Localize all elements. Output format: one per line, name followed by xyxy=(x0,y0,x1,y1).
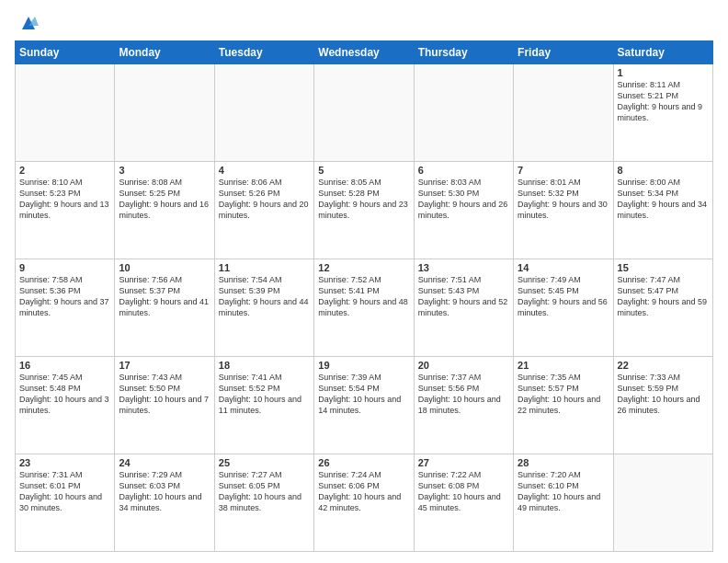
weekday-header-friday: Friday xyxy=(514,41,613,64)
day-info: Sunrise: 7:56 AM Sunset: 5:37 PM Dayligh… xyxy=(119,274,210,319)
day-number: 18 xyxy=(219,360,310,371)
day-number: 22 xyxy=(618,360,709,371)
calendar-cell: 17Sunrise: 7:43 AM Sunset: 5:50 PM Dayli… xyxy=(115,357,214,454)
day-info: Sunrise: 8:01 AM Sunset: 5:32 PM Dayligh… xyxy=(518,177,609,222)
header xyxy=(15,11,713,33)
calendar-cell xyxy=(16,64,115,162)
logo-icon xyxy=(18,13,39,33)
weekday-header-tuesday: Tuesday xyxy=(214,41,313,64)
calendar-cell: 6Sunrise: 8:03 AM Sunset: 5:30 PM Daylig… xyxy=(414,162,513,259)
day-info: Sunrise: 8:11 AM Sunset: 5:21 PM Dayligh… xyxy=(618,79,709,124)
weekday-header-sunday: Sunday xyxy=(16,41,115,64)
calendar-cell: 26Sunrise: 7:24 AM Sunset: 6:06 PM Dayli… xyxy=(314,454,414,552)
day-number: 11 xyxy=(219,262,310,273)
day-info: Sunrise: 7:43 AM Sunset: 5:50 PM Dayligh… xyxy=(119,372,210,417)
day-number: 24 xyxy=(119,457,210,468)
day-number: 12 xyxy=(318,262,409,273)
day-number: 1 xyxy=(618,67,709,78)
day-info: Sunrise: 7:24 AM Sunset: 6:06 PM Dayligh… xyxy=(318,469,409,514)
calendar-cell xyxy=(613,454,712,552)
day-number: 26 xyxy=(318,457,409,468)
calendar-cell: 21Sunrise: 7:35 AM Sunset: 5:57 PM Dayli… xyxy=(514,357,613,454)
weekday-header-saturday: Saturday xyxy=(613,41,712,64)
calendar-cell: 25Sunrise: 7:27 AM Sunset: 6:05 PM Dayli… xyxy=(214,454,313,552)
calendar-cell xyxy=(314,64,414,162)
calendar-cell xyxy=(414,64,513,162)
day-info: Sunrise: 8:10 AM Sunset: 5:23 PM Dayligh… xyxy=(19,177,110,222)
calendar-cell: 28Sunrise: 7:20 AM Sunset: 6:10 PM Dayli… xyxy=(514,454,613,552)
calendar-cell: 18Sunrise: 7:41 AM Sunset: 5:52 PM Dayli… xyxy=(214,357,313,454)
weekday-header-row: SundayMondayTuesdayWednesdayThursdayFrid… xyxy=(16,41,713,64)
day-number: 6 xyxy=(418,165,509,176)
day-info: Sunrise: 7:31 AM Sunset: 6:01 PM Dayligh… xyxy=(19,469,110,514)
day-info: Sunrise: 8:08 AM Sunset: 5:25 PM Dayligh… xyxy=(119,177,210,222)
day-number: 10 xyxy=(119,262,210,273)
day-number: 28 xyxy=(518,457,609,468)
day-number: 27 xyxy=(418,457,509,468)
calendar-cell: 2Sunrise: 8:10 AM Sunset: 5:23 PM Daylig… xyxy=(16,162,115,259)
day-number: 9 xyxy=(19,262,110,273)
day-number: 2 xyxy=(19,165,110,176)
day-info: Sunrise: 7:51 AM Sunset: 5:43 PM Dayligh… xyxy=(418,274,509,319)
weekday-header-wednesday: Wednesday xyxy=(314,41,414,64)
day-info: Sunrise: 7:22 AM Sunset: 6:08 PM Dayligh… xyxy=(418,469,509,514)
week-row-3: 9Sunrise: 7:58 AM Sunset: 5:36 PM Daylig… xyxy=(16,259,713,357)
day-number: 19 xyxy=(318,360,409,371)
day-info: Sunrise: 8:06 AM Sunset: 5:26 PM Dayligh… xyxy=(219,177,310,222)
calendar-cell xyxy=(514,64,613,162)
page: SundayMondayTuesdayWednesdayThursdayFrid… xyxy=(0,0,728,563)
calendar-cell: 20Sunrise: 7:37 AM Sunset: 5:56 PM Dayli… xyxy=(414,357,513,454)
day-number: 25 xyxy=(219,457,310,468)
day-number: 8 xyxy=(618,165,709,176)
day-info: Sunrise: 7:29 AM Sunset: 6:03 PM Dayligh… xyxy=(119,469,210,514)
calendar-cell: 15Sunrise: 7:47 AM Sunset: 5:47 PM Dayli… xyxy=(613,259,712,357)
day-info: Sunrise: 7:35 AM Sunset: 5:57 PM Dayligh… xyxy=(518,372,609,417)
calendar-table: SundayMondayTuesdayWednesdayThursdayFrid… xyxy=(15,40,713,552)
logo xyxy=(15,11,39,33)
calendar-cell: 16Sunrise: 7:45 AM Sunset: 5:48 PM Dayli… xyxy=(16,357,115,454)
calendar-cell: 1Sunrise: 8:11 AM Sunset: 5:21 PM Daylig… xyxy=(613,64,712,162)
calendar-cell xyxy=(214,64,313,162)
calendar-cell: 5Sunrise: 8:05 AM Sunset: 5:28 PM Daylig… xyxy=(314,162,414,259)
calendar-cell: 27Sunrise: 7:22 AM Sunset: 6:08 PM Dayli… xyxy=(414,454,513,552)
day-number: 23 xyxy=(19,457,110,468)
calendar-cell: 14Sunrise: 7:49 AM Sunset: 5:45 PM Dayli… xyxy=(514,259,613,357)
weekday-header-thursday: Thursday xyxy=(414,41,513,64)
day-info: Sunrise: 7:58 AM Sunset: 5:36 PM Dayligh… xyxy=(19,274,110,319)
day-info: Sunrise: 7:37 AM Sunset: 5:56 PM Dayligh… xyxy=(418,372,509,417)
day-number: 13 xyxy=(418,262,509,273)
calendar-cell: 4Sunrise: 8:06 AM Sunset: 5:26 PM Daylig… xyxy=(214,162,313,259)
day-number: 7 xyxy=(518,165,609,176)
calendar-cell: 8Sunrise: 8:00 AM Sunset: 5:34 PM Daylig… xyxy=(613,162,712,259)
day-info: Sunrise: 7:47 AM Sunset: 5:47 PM Dayligh… xyxy=(618,274,709,319)
calendar-cell: 13Sunrise: 7:51 AM Sunset: 5:43 PM Dayli… xyxy=(414,259,513,357)
day-info: Sunrise: 8:00 AM Sunset: 5:34 PM Dayligh… xyxy=(618,177,709,222)
calendar-cell: 9Sunrise: 7:58 AM Sunset: 5:36 PM Daylig… xyxy=(16,259,115,357)
calendar-cell: 23Sunrise: 7:31 AM Sunset: 6:01 PM Dayli… xyxy=(16,454,115,552)
day-info: Sunrise: 7:54 AM Sunset: 5:39 PM Dayligh… xyxy=(219,274,310,319)
day-number: 17 xyxy=(119,360,210,371)
calendar-cell xyxy=(115,64,214,162)
day-number: 3 xyxy=(119,165,210,176)
day-info: Sunrise: 7:49 AM Sunset: 5:45 PM Dayligh… xyxy=(518,274,609,319)
day-info: Sunrise: 7:33 AM Sunset: 5:59 PM Dayligh… xyxy=(618,372,709,417)
week-row-4: 16Sunrise: 7:45 AM Sunset: 5:48 PM Dayli… xyxy=(16,357,713,454)
day-info: Sunrise: 8:05 AM Sunset: 5:28 PM Dayligh… xyxy=(318,177,409,222)
day-info: Sunrise: 7:20 AM Sunset: 6:10 PM Dayligh… xyxy=(518,469,609,514)
calendar-cell: 22Sunrise: 7:33 AM Sunset: 5:59 PM Dayli… xyxy=(613,357,712,454)
weekday-header-monday: Monday xyxy=(115,41,214,64)
day-info: Sunrise: 7:41 AM Sunset: 5:52 PM Dayligh… xyxy=(219,372,310,417)
day-info: Sunrise: 7:45 AM Sunset: 5:48 PM Dayligh… xyxy=(19,372,110,417)
day-number: 14 xyxy=(518,262,609,273)
week-row-5: 23Sunrise: 7:31 AM Sunset: 6:01 PM Dayli… xyxy=(16,454,713,552)
day-number: 21 xyxy=(518,360,609,371)
day-number: 5 xyxy=(318,165,409,176)
day-info: Sunrise: 8:03 AM Sunset: 5:30 PM Dayligh… xyxy=(418,177,509,222)
calendar-cell: 3Sunrise: 8:08 AM Sunset: 5:25 PM Daylig… xyxy=(115,162,214,259)
day-number: 20 xyxy=(418,360,509,371)
day-number: 15 xyxy=(618,262,709,273)
calendar-cell: 11Sunrise: 7:54 AM Sunset: 5:39 PM Dayli… xyxy=(214,259,313,357)
calendar-cell: 24Sunrise: 7:29 AM Sunset: 6:03 PM Dayli… xyxy=(115,454,214,552)
week-row-2: 2Sunrise: 8:10 AM Sunset: 5:23 PM Daylig… xyxy=(16,162,713,259)
day-info: Sunrise: 7:39 AM Sunset: 5:54 PM Dayligh… xyxy=(318,372,409,417)
